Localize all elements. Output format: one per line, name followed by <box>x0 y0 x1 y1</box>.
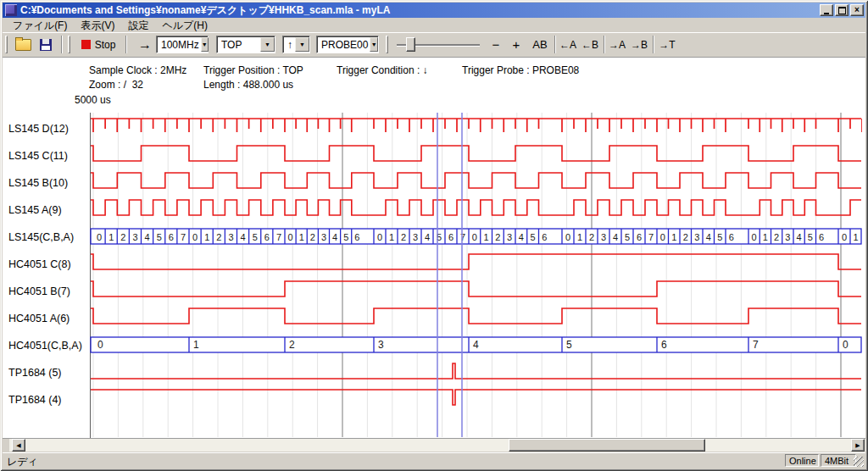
toolbar-grip[interactable] <box>5 36 8 53</box>
signal-label[interactable]: HC4051(C,B,A) <box>8 340 82 352</box>
run-button[interactable]: → <box>132 35 158 54</box>
chevron-down-icon[interactable]: ▼ <box>260 37 275 52</box>
signal-label[interactable]: LS145 A(9) <box>8 204 62 216</box>
svg-text:5: 5 <box>717 232 722 242</box>
open-file-button[interactable] <box>12 35 34 54</box>
stop-label: Stop <box>95 39 116 51</box>
svg-text:7: 7 <box>753 339 759 351</box>
trigger-probe-combo[interactable]: PROBE00 ▼ <box>316 36 379 53</box>
menu-settings[interactable]: 設定 <box>121 18 155 34</box>
svg-text:2: 2 <box>774 232 779 242</box>
menu-view[interactable]: 表示(V) <box>74 18 121 34</box>
app-icon <box>5 4 17 16</box>
scrollbar-track[interactable] <box>9 439 865 452</box>
stop-button[interactable]: Stop <box>75 35 122 54</box>
trigger-position-combo[interactable]: TOP ▼ <box>216 36 275 53</box>
set-marker-a-button[interactable]: →A <box>607 35 627 54</box>
trigger-probe-value: PROBE00 <box>321 39 368 51</box>
svg-text:4: 4 <box>145 232 150 242</box>
svg-text:3: 3 <box>228 232 233 242</box>
toolbar-grip[interactable] <box>68 36 70 53</box>
menu-file[interactable]: ファイル(F) <box>6 18 74 34</box>
svg-text:4: 4 <box>241 232 246 242</box>
svg-text:0: 0 <box>377 232 382 242</box>
length-info: Length : 488.000 us <box>203 79 293 91</box>
signal-label[interactable]: HC4051 C(8) <box>8 258 71 270</box>
signal-label[interactable]: LS145(C,B,A) <box>8 231 74 243</box>
svg-text:6: 6 <box>637 232 642 242</box>
scroll-left-icon: ◀ <box>16 442 20 449</box>
svg-text:4: 4 <box>425 232 430 242</box>
svg-text:2: 2 <box>401 232 406 242</box>
save-file-button[interactable] <box>36 35 56 54</box>
svg-text:1: 1 <box>193 339 199 351</box>
menu-help[interactable]: ヘルプ(H) <box>155 18 214 34</box>
sample-clock-combo[interactable]: 100MHz ▼ <box>156 36 209 53</box>
set-marker-b-button[interactable]: →B <box>629 35 649 54</box>
svg-text:6: 6 <box>729 232 734 242</box>
goto-trigger-label: →T <box>659 39 675 51</box>
minus-icon: − <box>492 37 500 52</box>
svg-text:6: 6 <box>448 232 453 242</box>
close-button[interactable]: × <box>850 4 864 16</box>
svg-text:0: 0 <box>843 339 849 351</box>
toolbar-grip[interactable] <box>386 36 388 53</box>
scrollbar-thumb[interactable] <box>509 439 705 452</box>
chevron-down-icon[interactable]: ▼ <box>295 37 309 52</box>
svg-text:4: 4 <box>613 232 618 242</box>
goto-marker-b-button[interactable]: ←B <box>580 35 600 54</box>
svg-text:2: 2 <box>589 232 594 242</box>
save-floppy-icon <box>40 39 52 51</box>
svg-text:1: 1 <box>484 232 489 242</box>
time-scale-label: 5000 us <box>75 94 111 106</box>
signal-label[interactable]: LS145 B(10) <box>8 177 68 189</box>
resize-grip-icon[interactable] <box>854 457 864 467</box>
signal-label[interactable]: HC4051 B(7) <box>8 285 70 297</box>
stop-square-icon <box>81 40 91 49</box>
ab-range-button[interactable]: AB <box>529 35 551 54</box>
svg-text:5: 5 <box>253 232 258 242</box>
zoom-slider-handle[interactable] <box>406 37 415 52</box>
window-title: C:¥Documents and Settings¥noname¥デスクトップ¥… <box>20 3 818 18</box>
signal-label[interactable]: TP1684 (5) <box>8 367 62 379</box>
close-icon: × <box>854 6 860 14</box>
svg-text:3: 3 <box>321 232 326 242</box>
svg-text:4: 4 <box>473 339 479 351</box>
toolbar-separator <box>554 36 556 53</box>
trigger-probe-info: Trigger Probe : PROBE08 <box>462 64 579 76</box>
goto-marker-a-button[interactable]: ←A <box>558 35 578 54</box>
chevron-down-icon[interactable]: ▼ <box>201 37 209 52</box>
maximize-button[interactable] <box>835 4 849 16</box>
svg-text:0: 0 <box>97 339 103 351</box>
signal-label[interactable]: HC4051 A(6) <box>8 313 70 324</box>
trigger-edge-combo[interactable]: ↑ ▼ <box>282 36 310 53</box>
trigger-edge-value: ↑ <box>287 39 293 51</box>
svg-text:4: 4 <box>706 232 711 242</box>
goto-trigger-button[interactable]: →T <box>657 35 677 54</box>
svg-text:1: 1 <box>299 232 304 242</box>
minimize-button[interactable] <box>820 4 833 16</box>
toolbar-separator <box>125 36 127 53</box>
signal-label[interactable]: LS145 D(12) <box>8 123 69 135</box>
svg-text:4: 4 <box>519 232 524 242</box>
minimize-icon <box>824 13 829 14</box>
zoom-out-button[interactable]: − <box>488 35 504 54</box>
svg-text:1: 1 <box>108 232 114 242</box>
scroll-right-button[interactable]: ▶ <box>851 439 865 452</box>
status-memory-panel: 4MBit <box>821 454 856 467</box>
app-window: C:¥Documents and Settings¥noname¥デスクトップ¥… <box>0 0 868 471</box>
titlebar[interactable]: C:¥Documents and Settings¥noname¥デスクトップ¥… <box>3 3 865 18</box>
svg-text:5: 5 <box>566 339 572 351</box>
zoom-in-button[interactable]: + <box>509 35 524 54</box>
svg-text:0: 0 <box>472 232 477 242</box>
svg-text:6: 6 <box>169 232 174 242</box>
svg-text:5: 5 <box>343 232 348 242</box>
signal-label[interactable]: TP1684 (4) <box>8 394 62 406</box>
chevron-down-icon[interactable]: ▼ <box>370 37 378 52</box>
toolbar-separator <box>653 36 654 53</box>
signal-label[interactable]: LS145 C(11) <box>8 150 68 162</box>
waveform-area[interactable]: 0123456701234567012345601234567012345601… <box>90 112 862 439</box>
svg-text:A: A <box>434 112 441 113</box>
scroll-left-button[interactable]: ◀ <box>12 439 25 452</box>
zoom-info: Zoom : / 32 <box>89 79 143 91</box>
